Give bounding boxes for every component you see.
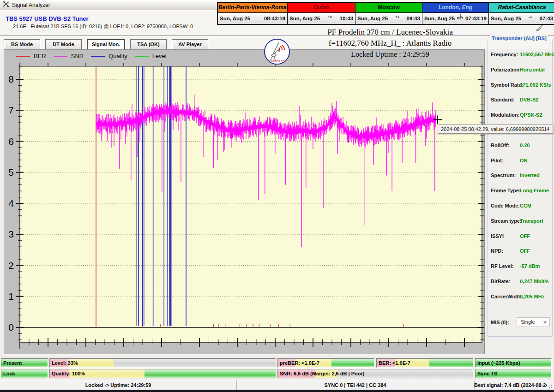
tab-tsa-ok-[interactable]: TSA (OK) — [130, 39, 167, 50]
transponder-panel: Transponder (AU) [BS] Frequency:11602,56… — [488, 39, 553, 337]
window-title: Signal Analyzer — [12, 2, 50, 8]
app-icon — [3, 1, 9, 9]
mis-dropdown[interactable]: Single — [517, 317, 550, 327]
transponder-row-value: 171,002 KS/s — [520, 82, 551, 88]
clock-date: Sun, Aug 25 — [357, 16, 388, 21]
lock-bar-label: Lock — [3, 371, 15, 376]
clock-city-label: Moscow — [355, 3, 422, 13]
preber-bar-label: preBER: <1.0E-7 — [280, 360, 319, 366]
legend-line-icon — [135, 56, 149, 57]
clock-time-value: 07:43:19 — [465, 16, 487, 21]
y-tick-label: 8 — [8, 74, 14, 84]
ber-indicator-bar: BER: <1.0E-7 — [376, 358, 473, 368]
legend-line-icon — [16, 56, 30, 57]
lock-indicator-bar: Lock — [1, 369, 48, 378]
present-bar-label: Present — [3, 360, 22, 366]
clock-time-value: 08:43:19 — [264, 16, 285, 21]
transponder-row-value: ON — [520, 158, 528, 163]
legend-item-ber: BER — [16, 53, 46, 59]
clock-time: Sun, Aug 25+109:43 — [355, 13, 422, 24]
transponder-row: RF Level:-57 dBm — [488, 263, 552, 271]
dxsatcs-logo: DXSATCS.COM — [264, 39, 290, 65]
logo-text: DXSATCS.COM — [267, 60, 287, 63]
transponder-row-value: CCM — [520, 203, 531, 208]
clock-date: Sun, Aug 25 — [491, 16, 521, 21]
signal-chart[interactable]: 012345678 — [4, 50, 484, 354]
transponder-row-label: NPD: — [491, 248, 503, 254]
bar-segment — [429, 359, 473, 367]
y-tick-label: 6 — [8, 136, 14, 147]
clock-time: Sun, Aug 2508:43:19 — [218, 13, 287, 24]
transponder-row-label: CarrierWidth: — [491, 294, 523, 299]
transponder-row-label: RollOff: — [491, 143, 509, 148]
transponder-row-label: Symbol Rate: — [491, 82, 523, 88]
tab-dt-mode[interactable]: DT Mode — [45, 39, 82, 50]
tab-av-player[interactable]: AV Player — [172, 39, 208, 50]
transponder-row-value: 0,247 Mbit/s — [520, 279, 548, 284]
legend-label: Level — [152, 53, 167, 59]
legend-line-icon — [91, 56, 105, 57]
transponder-row: Frequency:11602,567 MHz — [488, 52, 552, 59]
clock-5: Rabat-CasablancaSun, Aug 25-107:43 — [489, 3, 554, 24]
y-tick-label: 4 — [8, 198, 14, 208]
transponder-row: Code Mode:CCM — [488, 203, 552, 210]
bar-segment — [145, 369, 276, 378]
transponder-row-value: -57 dBm — [520, 263, 540, 269]
status-bar: Locked -> Uptime: 24:29:59 SYNC 0 | TEI … — [0, 380, 554, 390]
y-tick-label: 1 — [8, 291, 14, 302]
transponder-row-value: Transport — [520, 218, 543, 224]
transponder-row: Stream type:Transport — [488, 218, 552, 226]
legend-line-icon — [54, 56, 67, 57]
chart-legend: BERSNRQualityLevel — [16, 53, 167, 59]
clock-city-label: London, Eng — [422, 3, 488, 13]
resize-grip[interactable] — [548, 383, 553, 389]
y-tick-label: 2 — [8, 260, 14, 271]
clock-city-label: Berlin-Paris-Vienna-Roma — [218, 3, 287, 13]
quality-bar-label: Quality: 100% — [52, 371, 85, 376]
transponder-row-label: RF Level: — [491, 263, 514, 269]
transponder-row-value: DVB-S2 — [520, 97, 538, 102]
chevron-down-icon — [543, 321, 547, 324]
transponder-row: BitRate:0,247 Mbit/s — [488, 279, 552, 286]
preber-indicator-bar: preBER: <1.0E-7 — [277, 358, 374, 368]
snr-bar-label: SNR: 6,6 dB (Margin: 2,6 dB | Poor) — [280, 371, 364, 376]
clock-utc-offset: -1DST — [457, 14, 463, 20]
transponder-row-value: Inverted — [520, 172, 540, 178]
transponder-row-value: 0,205 MHz — [520, 294, 544, 299]
clock-time: Sun, Aug 25-1DST07:43:19 — [422, 13, 488, 24]
syncts-indicator-bar: Sync TS — [475, 369, 552, 378]
transponder-row: Spectrum:Inverted — [488, 172, 552, 180]
clock-utc-offset: +1 — [395, 16, 399, 19]
y-tick-label: 0 — [8, 322, 14, 333]
clock-3: MoscowSun, Aug 25+109:43 — [355, 3, 422, 24]
transponder-row-label: Modulation: — [491, 112, 519, 118]
transponder-row-value: OFF — [520, 248, 530, 254]
bar-segment — [114, 359, 276, 367]
clock-date: Sun, Aug 25 — [220, 16, 250, 21]
transponder-panel-title: Transponder (AU) [BS] — [490, 36, 548, 41]
transponder-row-value: QPSK-S2 — [520, 112, 542, 118]
transponder-row-label: BitRate: — [491, 279, 510, 284]
present-indicator-bar: Present — [1, 358, 48, 368]
mis-label: MIS (0): — [491, 320, 509, 325]
legend-label: BER — [34, 53, 46, 59]
clock-utc-offset: -1 — [529, 16, 532, 19]
transponder-row: Standard:DVB-S2 — [488, 97, 552, 104]
level-bar-label: Level: 33% — [52, 360, 78, 366]
clock-utc-offset: +2 — [328, 16, 332, 19]
chart-panel[interactable]: BERSNRQualityLevel 012345678 — [4, 49, 485, 354]
world-clocks: Berlin-Paris-Vienna-RomaSun, Aug 2508:43… — [217, 2, 554, 25]
tuner-title: TBS 5927 USB DVB-S2 Tuner — [6, 15, 89, 22]
transponder-row: Symbol Rate:171,002 KS/s — [488, 82, 552, 89]
y-tick-label: 3 — [8, 229, 14, 239]
transponder-row: RollOff:0.20 — [488, 143, 552, 150]
transponder-row-label: Code Mode: — [491, 203, 520, 208]
ber-bar-label: BER: <1.0E-7 — [379, 360, 410, 366]
plot-background[interactable] — [20, 66, 482, 342]
status-best-signal: Best signal: 7,4 dB (2024-08-24 15:13) — [474, 380, 547, 390]
level-indicator-bar: Level: 33% — [49, 358, 276, 368]
transponder-row-label: Spectrum: — [491, 172, 516, 178]
legend-label: SNR — [71, 53, 84, 59]
tab-bs-mode[interactable]: BS Mode — [4, 39, 40, 50]
clock-city-label: Rabat-Casablanca — [489, 3, 554, 13]
